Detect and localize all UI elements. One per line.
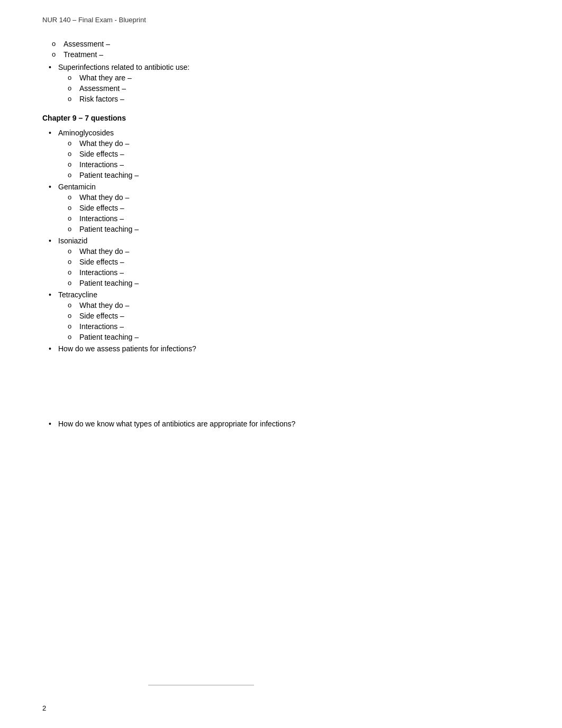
list-item: Side effects – (79, 150, 520, 158)
list-item: Assessment – (64, 40, 520, 48)
item-text: Patient teaching – (79, 333, 139, 341)
item-text: How do we know what types of antibiotics… (58, 420, 295, 428)
item-text: Interactions – (79, 160, 124, 169)
item-text: Patient teaching – (79, 225, 139, 233)
list-item: What they do – (79, 193, 520, 202)
drug-item-aminoglycosides: Aminoglycosides What they do – Side effe… (58, 129, 520, 179)
superinfections-list: Superinfections related to antibiotic us… (42, 63, 520, 103)
divider-line (148, 685, 254, 686)
item-text: How do we assess patients for infections… (58, 344, 196, 353)
gentamicin-subitems: What they do – Side effects – Interactio… (58, 193, 520, 233)
list-item: Patient teaching – (79, 279, 520, 287)
list-item: Interactions – (79, 322, 520, 331)
item-text: Interactions – (79, 322, 124, 331)
item-text: Side effects – (79, 258, 124, 266)
list-item: Patient teaching – (79, 225, 520, 233)
drug-name: Gentamicin (58, 183, 96, 191)
item-text: Side effects – (79, 312, 124, 320)
item-text: What they do – (79, 139, 129, 148)
extra-bullets-list: How do we know what types of antibiotics… (42, 420, 520, 428)
item-text: Patient teaching – (79, 279, 139, 287)
list-item: Patient teaching – (79, 333, 520, 341)
item-text: What they do – (79, 301, 129, 310)
assess-patients-bullet: How do we assess patients for infections… (58, 344, 520, 353)
page-number: 2 (42, 704, 46, 712)
list-item: What they are – (79, 74, 520, 82)
list-item: Interactions – (79, 268, 520, 277)
intro-subitems: Assessment – Treatment – (42, 40, 520, 59)
item-text: Interactions – (79, 214, 124, 223)
spacer1 (42, 356, 520, 420)
list-item: Treatment – (64, 50, 520, 59)
item-text: Treatment – (64, 50, 103, 59)
tetracycline-subitems: What they do – Side effects – Interactio… (58, 301, 520, 341)
superinfections-subitems: What they are – Assessment – Risk factor… (58, 74, 520, 103)
header-title: NUR 140 – Final Exam - Blueprint (42, 16, 146, 24)
item-text: Side effects – (79, 204, 124, 212)
list-item: What they do – (79, 139, 520, 148)
chapter9-drugs-list: Aminoglycosides What they do – Side effe… (42, 129, 520, 353)
list-item: What they do – (79, 301, 520, 310)
drug-name: Tetracycline (58, 290, 97, 299)
antibiotic-types-bullet: How do we know what types of antibiotics… (58, 420, 520, 428)
list-item: Superinfections related to antibiotic us… (58, 63, 520, 103)
list-item: Interactions – (79, 160, 520, 169)
drug-name: Isoniazid (58, 236, 87, 245)
list-item: Patient teaching – (79, 171, 520, 179)
list-item: What they do – (79, 247, 520, 256)
item-text: Assessment – (79, 84, 126, 93)
item-text: Risk factors – (79, 95, 124, 103)
item-text: Patient teaching – (79, 171, 139, 179)
item-text: Superinfections related to antibiotic us… (58, 63, 189, 71)
page-header: NUR 140 – Final Exam - Blueprint (42, 16, 520, 24)
drug-item-gentamicin: Gentamicin What they do – Side effects –… (58, 183, 520, 233)
list-item: Side effects – (79, 258, 520, 266)
drug-item-isoniazid: Isoniazid What they do – Side effects – … (58, 236, 520, 287)
item-text: What they are – (79, 74, 132, 82)
list-item: Interactions – (79, 214, 520, 223)
item-text: Interactions – (79, 268, 124, 277)
chapter9-heading: Chapter 9 – 7 questions (42, 114, 520, 122)
item-text: What they do – (79, 247, 129, 256)
list-item: Side effects – (79, 204, 520, 212)
aminoglycosides-subitems: What they do – Side effects – Interactio… (58, 139, 520, 179)
list-item: Risk factors – (79, 95, 520, 103)
item-text: Side effects – (79, 150, 124, 158)
spacer2 (42, 431, 520, 526)
item-text: What they do – (79, 193, 129, 202)
drug-name: Aminoglycosides (58, 129, 114, 137)
content-area: Assessment – Treatment – Superinfections… (42, 40, 520, 526)
item-text: Assessment – (64, 40, 110, 48)
list-item: Side effects – (79, 312, 520, 320)
drug-item-tetracycline: Tetracycline What they do – Side effects… (58, 290, 520, 341)
isoniazid-subitems: What they do – Side effects – Interactio… (58, 247, 520, 287)
list-item: Assessment – (79, 84, 520, 93)
